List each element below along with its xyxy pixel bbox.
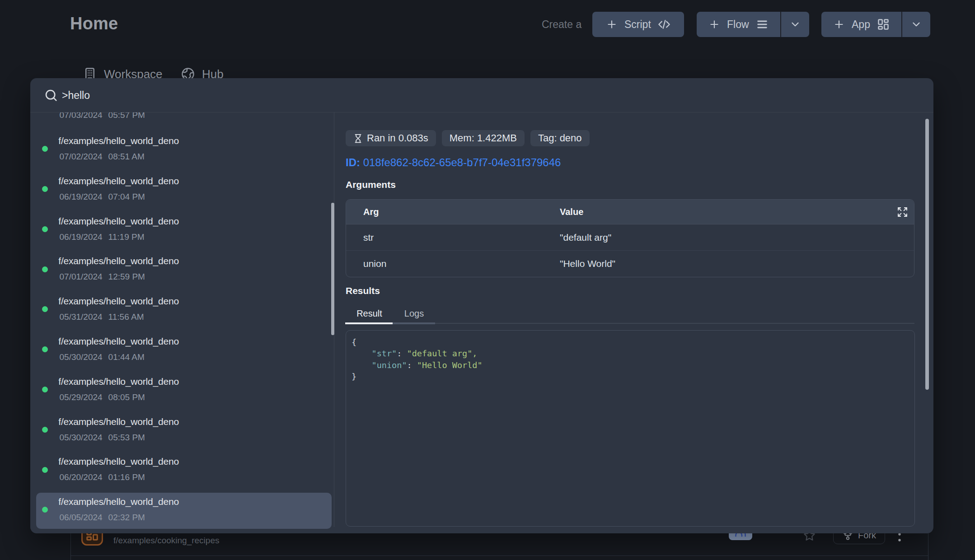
home-page: Home Create a Script Flow xyxy=(0,0,975,560)
run-list-item[interactable]: f/examples/hello_world_deno 06/19/202407… xyxy=(36,172,332,208)
run-list-item[interactable]: f/examples/hello_world_deno 05/30/202401… xyxy=(36,332,332,369)
run-item-time: 11:56 AM xyxy=(108,312,144,322)
run-list-item[interactable]: f/examples/hello_world_deno 07/02/202408… xyxy=(36,132,332,168)
run-item-date: 07/02/2024 xyxy=(60,152,103,162)
run-item-meta: 05/29/202408:05 PM xyxy=(60,392,145,402)
run-item-time: 05:57 PM xyxy=(108,112,145,120)
code-icon xyxy=(658,18,670,31)
json-close-brace: } xyxy=(352,372,356,381)
arg-value-cell: "Hello World" xyxy=(560,258,615,269)
run-item-date: 05/30/2024 xyxy=(60,352,103,362)
run-list-item[interactable]: f/examples/hello_world_deno 07/01/202412… xyxy=(36,252,332,288)
run-item-meta: 05/31/202411:56 AM xyxy=(60,312,144,322)
table-row: str "default arg" xyxy=(346,224,914,251)
tag-badge-label: Tag: deno xyxy=(538,132,582,144)
item-path[interactable]: f/examples/cooking_recipes xyxy=(113,536,219,546)
run-list-item[interactable]: f/examples/hello_world_deno 06/19/202411… xyxy=(36,212,332,248)
create-app-button[interactable]: App xyxy=(821,12,930,37)
success-dot-icon xyxy=(42,266,48,272)
run-item-title: f/examples/hello_world_deno xyxy=(58,416,179,427)
run-id-value[interactable]: 018fe862-8c62-65e8-b7f7-04e31f379646 xyxy=(363,156,561,168)
run-item-date: 06/19/2024 xyxy=(60,192,103,202)
run-item-title: f/examples/hello_world_deno xyxy=(58,496,179,507)
run-item-title: f/examples/hello_world_deno xyxy=(58,256,179,266)
tabs-border xyxy=(435,323,914,324)
layout-dashboard-icon xyxy=(877,18,890,31)
run-item-date: 07/01/2024 xyxy=(60,272,103,282)
run-item-time: 11:19 PM xyxy=(108,232,145,242)
expand-icon[interactable] xyxy=(897,206,908,218)
run-item-title: f/examples/hello_world_deno xyxy=(58,336,179,347)
duration-badge: Ran in 0.083s xyxy=(346,130,436,146)
memory-badge-label: Mem: 1.422MB xyxy=(450,132,517,144)
arg-column-header: Arg xyxy=(346,207,560,217)
run-list-item[interactable]: f/examples/hello_world_deno 06/20/202401… xyxy=(36,453,332,489)
run-id[interactable]: ID: 018fe862-8c62-65e8-b7f7-04e31f379646 xyxy=(346,156,561,169)
run-item-date: 05/30/2024 xyxy=(60,433,103,443)
arguments-table-header: Arg Value xyxy=(346,200,914,224)
run-item-meta: 07/01/202412:59 PM xyxy=(60,272,145,282)
run-list-item-selected[interactable]: f/examples/hello_world_deno 06/05/202402… xyxy=(36,493,332,529)
run-item-date: 05/31/2024 xyxy=(60,312,103,322)
inactive-tab-underline xyxy=(393,322,435,325)
search-bar[interactable]: >hello xyxy=(30,78,933,112)
run-item-time: 12:59 PM xyxy=(108,272,145,282)
value-column-header: Value xyxy=(560,207,583,217)
run-item-meta: 07/02/202408:51 AM xyxy=(60,152,145,162)
success-dot-icon xyxy=(42,186,48,192)
run-item-time: 01:16 PM xyxy=(108,472,145,482)
run-item-meta: 06/20/202401:16 PM xyxy=(60,472,145,482)
create-app-label: App xyxy=(852,19,870,31)
json-open-brace: { xyxy=(352,337,356,347)
success-dot-icon xyxy=(42,387,48,392)
create-flow-dropdown[interactable] xyxy=(780,12,809,37)
memory-badge: Mem: 1.422MB xyxy=(442,130,525,146)
plus-icon xyxy=(833,19,845,30)
search-icon xyxy=(44,88,58,103)
command-palette-modal: >hello f/examples/hello_world_deno 07/03… xyxy=(30,78,933,533)
run-item-date: 06/19/2024 xyxy=(60,232,103,242)
active-tab-underline xyxy=(345,322,393,325)
create-app-dropdown[interactable] xyxy=(901,12,930,37)
results-heading: Results xyxy=(346,285,380,296)
tab-result[interactable]: Result xyxy=(346,308,393,319)
run-detail-panel: Ran in 0.083s Mem: 1.422MB Tag: deno ID:… xyxy=(334,112,933,533)
success-dot-icon xyxy=(42,467,48,473)
plus-icon xyxy=(708,19,720,30)
detail-scrollbar[interactable] xyxy=(925,119,929,390)
tab-logs[interactable]: Logs xyxy=(393,308,435,319)
run-item-title: f/examples/hello_world_deno xyxy=(58,135,179,146)
run-history-list: f/examples/hello_world_deno 07/03/202405… xyxy=(30,112,333,533)
run-list-item[interactable]: f/examples/hello_world_deno 05/30/202405… xyxy=(36,413,332,449)
search-input[interactable]: >hello xyxy=(62,89,90,102)
run-list-item[interactable]: f/examples/hello_world_deno 05/29/202408… xyxy=(36,373,332,409)
run-item-meta: 05/30/202401:44 AM xyxy=(60,352,145,362)
success-dot-icon xyxy=(42,507,48,513)
arg-name-cell: str xyxy=(346,232,560,243)
chevron-down-icon xyxy=(910,19,922,30)
create-flow-button[interactable]: Flow xyxy=(697,12,809,37)
hourglass-icon xyxy=(353,133,363,144)
run-stats: Ran in 0.083s Mem: 1.422MB Tag: deno xyxy=(346,130,590,146)
menu-lines-icon xyxy=(756,18,769,31)
plus-icon xyxy=(606,19,618,30)
run-list-item[interactable]: f/examples/hello_world_deno 05/31/202411… xyxy=(36,292,332,328)
run-item-meta: 06/19/202407:04 PM xyxy=(60,192,145,202)
run-list-item[interactable]: f/examples/hello_world_deno 07/03/202405… xyxy=(36,112,332,126)
run-item-date: 06/20/2024 xyxy=(60,472,103,482)
run-item-title: f/examples/hello_world_deno xyxy=(58,296,179,307)
run-item-time: 02:32 PM xyxy=(108,513,145,523)
create-script-button[interactable]: Script xyxy=(592,12,684,37)
run-item-time: 07:04 PM xyxy=(108,192,145,202)
arg-value-cell: "default arg" xyxy=(560,232,611,243)
run-id-label: ID: xyxy=(346,156,360,168)
run-item-date: 06/05/2024 xyxy=(60,513,103,523)
items-card-border xyxy=(928,533,928,560)
result-json-box: { "str": "default arg", "union": "Hello … xyxy=(346,330,915,527)
run-item-meta: 05/30/202405:53 PM xyxy=(60,433,145,443)
run-item-time: 05:53 PM xyxy=(108,433,145,443)
create-flow-label: Flow xyxy=(727,19,749,31)
result-json: { "str": "default arg", "union": "Hello … xyxy=(352,336,483,383)
page-title: Home xyxy=(70,14,118,33)
success-dot-icon xyxy=(42,427,48,433)
